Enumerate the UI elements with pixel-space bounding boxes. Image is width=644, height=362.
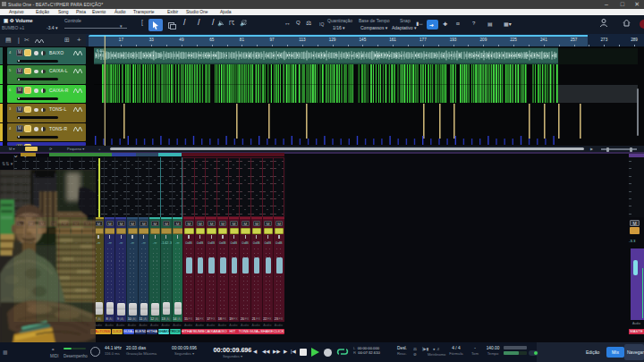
svg-text:6:40: 6:40 [97, 48, 105, 53]
